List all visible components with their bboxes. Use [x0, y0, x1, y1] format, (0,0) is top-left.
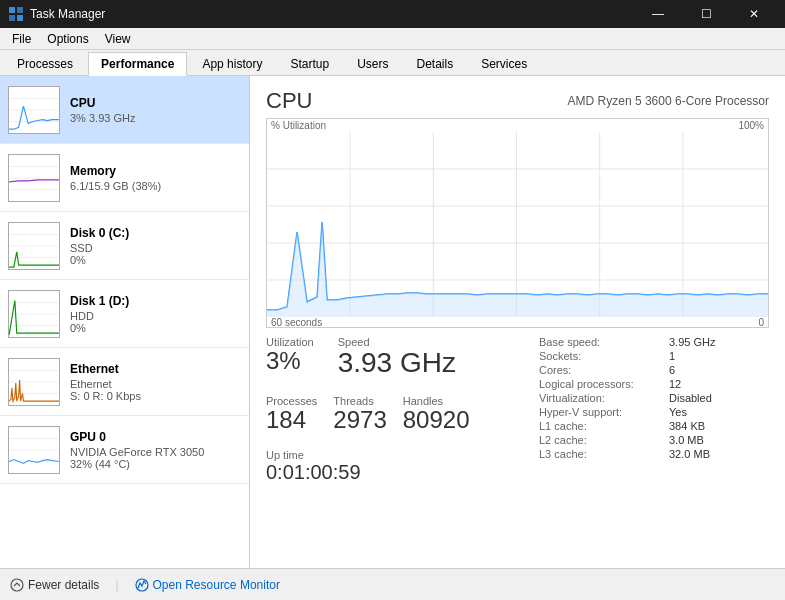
info-base-speed: Base speed: 3.95 GHz: [539, 336, 769, 348]
l2-val: 3.0 MB: [669, 434, 704, 446]
ethernet-thumb: [8, 358, 60, 406]
gpu-stats: 32% (44 °C): [70, 458, 241, 470]
processes-label: Processes: [266, 395, 317, 407]
sidebar: CPU 3% 3.93 GHz Memory 6.1/15.9 GB (38%): [0, 76, 250, 568]
open-resource-monitor-button[interactable]: Open Resource Monitor: [135, 578, 280, 592]
ethernet-sidebar-info: Ethernet Ethernet S: 0 R: 0 Kbps: [70, 362, 241, 402]
svg-rect-2: [9, 15, 15, 21]
chevron-up-icon: [10, 578, 24, 592]
graph-time-left: 60 seconds: [271, 317, 322, 328]
svg-point-39: [11, 579, 23, 591]
app-icon: [8, 6, 24, 22]
menu-options[interactable]: Options: [39, 30, 96, 48]
graph-label-utilization: % Utilization: [271, 120, 326, 131]
sockets-val: 1: [669, 350, 675, 362]
virtualization-val: Disabled: [669, 392, 712, 404]
memory-thumb: [8, 154, 60, 202]
graph-time-right: 0: [758, 317, 764, 328]
memory-sidebar-info: Memory 6.1/15.9 GB (38%): [70, 164, 241, 192]
disk1-sidebar-info: Disk 1 (D:) HDD 0%: [70, 294, 241, 334]
graph-label-100: 100%: [738, 120, 764, 131]
disk0-label: Disk 0 (C:): [70, 226, 241, 240]
main-stats: Utilization 3% Speed 3.93 GHz Processes …: [266, 336, 539, 492]
close-button[interactable]: ✕: [731, 0, 777, 28]
base-speed-key: Base speed:: [539, 336, 669, 348]
logical-val: 12: [669, 378, 681, 390]
graph-labels-top: % Utilization 100%: [267, 119, 768, 132]
l3-val: 32.0 MB: [669, 448, 710, 460]
info-l1: L1 cache: 384 KB: [539, 420, 769, 432]
l1-val: 384 KB: [669, 420, 705, 432]
threads-value: 2973: [333, 407, 386, 433]
sidebar-item-gpu[interactable]: GPU 0 NVIDIA GeForce RTX 3050 32% (44 °C…: [0, 416, 249, 484]
info-l2: L2 cache: 3.0 MB: [539, 434, 769, 446]
tab-performance[interactable]: Performance: [88, 52, 187, 76]
info-hyperv: Hyper-V support: Yes: [539, 406, 769, 418]
stats-and-info: Utilization 3% Speed 3.93 GHz Processes …: [266, 336, 769, 492]
hyperv-key: Hyper-V support:: [539, 406, 669, 418]
right-panel: CPU AMD Ryzen 5 3600 6-Core Processor % …: [250, 76, 785, 568]
disk1-label: Disk 1 (D:): [70, 294, 241, 308]
uptime-value: 0:01:00:59: [266, 461, 539, 484]
footer-divider: |: [115, 578, 118, 592]
tab-processes[interactable]: Processes: [4, 52, 86, 76]
logical-key: Logical processors:: [539, 378, 669, 390]
menu-bar: File Options View: [0, 28, 785, 50]
tab-startup[interactable]: Startup: [277, 52, 342, 76]
info-l3: L3 cache: 32.0 MB: [539, 448, 769, 460]
gpu-sidebar-info: GPU 0 NVIDIA GeForce RTX 3050 32% (44 °C…: [70, 430, 241, 470]
maximize-button[interactable]: ☐: [683, 0, 729, 28]
ethernet-label: Ethernet: [70, 362, 241, 376]
tab-services[interactable]: Services: [468, 52, 540, 76]
open-resource-monitor-label: Open Resource Monitor: [153, 578, 280, 592]
sidebar-item-cpu[interactable]: CPU 3% 3.93 GHz: [0, 76, 249, 144]
right-header: CPU AMD Ryzen 5 3600 6-Core Processor: [266, 88, 769, 114]
sockets-key: Sockets:: [539, 350, 669, 362]
disk1-type: HDD: [70, 310, 241, 322]
l1-key: L1 cache:: [539, 420, 669, 432]
cores-val: 6: [669, 364, 675, 376]
sidebar-item-disk0[interactable]: Disk 0 (C:) SSD 0%: [0, 212, 249, 280]
memory-stats: 6.1/15.9 GB (38%): [70, 180, 241, 192]
utilization-stat: Utilization 3%: [266, 336, 314, 379]
cpu-stats: 3% 3.93 GHz: [70, 112, 241, 124]
sidebar-item-ethernet[interactable]: Ethernet Ethernet S: 0 R: 0 Kbps: [0, 348, 249, 416]
tab-users[interactable]: Users: [344, 52, 401, 76]
cpu-thumb: [8, 86, 60, 134]
cpu-label: CPU: [70, 96, 241, 110]
processes-stat: Processes 184: [266, 395, 317, 433]
svg-rect-3: [17, 15, 23, 21]
speed-stat: Speed 3.93 GHz: [338, 336, 456, 379]
l3-key: L3 cache:: [539, 448, 669, 460]
disk0-sidebar-info: Disk 0 (C:) SSD 0%: [70, 226, 241, 266]
menu-view[interactable]: View: [97, 30, 139, 48]
cores-key: Cores:: [539, 364, 669, 376]
threads-label: Threads: [333, 395, 386, 407]
handles-stat: Handles 80920: [403, 395, 470, 433]
minimize-button[interactable]: —: [635, 0, 681, 28]
sidebar-item-memory[interactable]: Memory 6.1/15.9 GB (38%): [0, 144, 249, 212]
cpu-graph: % Utilization 100%: [266, 118, 769, 328]
title-bar-text: Task Manager: [30, 7, 105, 21]
handles-label: Handles: [403, 395, 470, 407]
svg-rect-28: [267, 132, 768, 317]
ethernet-stats: S: 0 R: 0 Kbps: [70, 390, 241, 402]
tab-app-history[interactable]: App history: [189, 52, 275, 76]
disk1-thumb: [8, 290, 60, 338]
cpu-sidebar-info: CPU 3% 3.93 GHz: [70, 96, 241, 124]
svg-rect-1: [17, 7, 23, 13]
menu-file[interactable]: File: [4, 30, 39, 48]
hyperv-val: Yes: [669, 406, 687, 418]
cpu-model-text: AMD Ryzen 5 3600 6-Core Processor: [568, 94, 769, 108]
panel-title: CPU: [266, 88, 312, 114]
processes-value: 184: [266, 407, 317, 433]
utilization-value: 3%: [266, 348, 314, 374]
info-sockets: Sockets: 1: [539, 350, 769, 362]
fewer-details-button[interactable]: Fewer details: [10, 578, 99, 592]
tab-details[interactable]: Details: [403, 52, 466, 76]
sidebar-item-disk1[interactable]: Disk 1 (D:) HDD 0%: [0, 280, 249, 348]
tab-bar: Processes Performance App history Startu…: [0, 50, 785, 76]
resource-monitor-icon: [135, 578, 149, 592]
info-virtualization: Virtualization: Disabled: [539, 392, 769, 404]
gpu-thumb: [8, 426, 60, 474]
